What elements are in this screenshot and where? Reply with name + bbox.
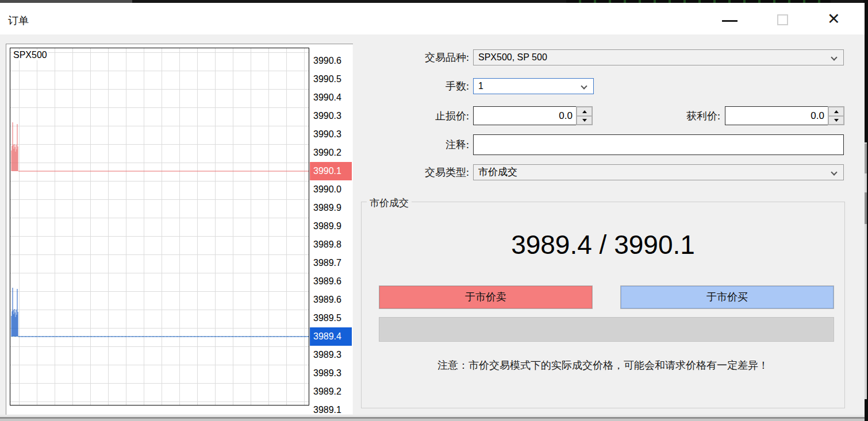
stop-loss-spin-up-button[interactable] <box>577 107 592 116</box>
maximize-button[interactable] <box>773 10 793 30</box>
bid-price: 3989.4 <box>511 230 592 260</box>
price-scale-label: 3989.3 <box>310 364 352 383</box>
stop-loss-input[interactable] <box>473 106 577 125</box>
bid-tick-line <box>11 288 309 337</box>
order-type-dropdown-value: 市价成交 <box>478 167 517 177</box>
arrow-up-icon <box>582 110 587 113</box>
tick-chart-series <box>10 48 309 405</box>
comment-label: 注释: <box>377 137 469 153</box>
order-type-label: 交易类型: <box>377 164 469 180</box>
close-button[interactable]: ✕ <box>824 7 850 33</box>
window-title: 订单 <box>8 14 29 28</box>
ask-price: 3990.1 <box>614 230 695 260</box>
price-scale-label: 3989.3 <box>310 346 352 364</box>
symbol-dropdown-value: SPX500, SP 500 <box>478 52 547 62</box>
price-scale-label: 3990.5 <box>310 70 352 88</box>
sell-by-market-button[interactable]: 于市价卖 <box>379 285 593 309</box>
chevron-down-icon <box>831 169 837 175</box>
quote-separator: / <box>592 230 614 260</box>
order-type-dropdown[interactable]: 市价成交 <box>473 164 844 180</box>
price-scale-label: 3990.6 <box>310 52 352 70</box>
tick-chart-panel: SPX500 3990.63990.53990.43990.33990.3399… <box>6 44 353 415</box>
take-profit-input[interactable] <box>725 106 828 125</box>
dialog-bottom-shadow <box>0 419 865 421</box>
price-scale-label: 3990.0 <box>310 180 352 199</box>
comment-input[interactable] <box>473 134 844 155</box>
maximize-icon <box>777 14 788 25</box>
price-scale-label: 3989.5 <box>310 309 352 327</box>
chevron-down-icon <box>831 54 837 60</box>
volume-field-label: 手数: <box>400 78 469 94</box>
arrow-down-icon <box>582 119 587 122</box>
take-profit-spin-up-button[interactable] <box>828 107 844 116</box>
minimize-button[interactable] <box>717 11 743 29</box>
price-scale-label: 3989.8 <box>310 235 352 254</box>
market-execution-note: 注意：市价交易模式下的实际成交价格，可能会和请求价格有一定差异！ <box>361 358 845 372</box>
take-profit-spinner <box>828 106 844 125</box>
price-scale-label: 3989.1 <box>310 401 352 415</box>
take-profit-label: 获利价: <box>628 108 720 124</box>
price-scale-label: 3989.4 <box>310 327 352 346</box>
price-scale-label: 3989.6 <box>310 291 352 309</box>
bid-ask-quote: 3989.4 / 3990.1 <box>361 229 845 260</box>
arrow-up-icon <box>834 110 839 113</box>
tick-chart-plot: SPX500 <box>10 48 309 405</box>
price-scale: 3990.63990.53990.43990.33990.33990.23990… <box>310 52 352 415</box>
price-scale-label: 3989.9 <box>310 217 352 235</box>
price-scale-label: 3990.2 <box>310 144 352 162</box>
price-scale-label: 3989.6 <box>310 272 352 291</box>
price-scale-label: 3989.9 <box>310 199 352 217</box>
chart-symbol-label: SPX500 <box>12 50 48 60</box>
stop-loss-spinner <box>576 106 593 125</box>
title-bar: 订单 ✕ <box>0 3 865 34</box>
symbol-dropdown[interactable]: SPX500, SP 500 <box>473 49 844 65</box>
volume-combobox-value: 1 <box>478 81 483 91</box>
symbol-field-label: 交易品种: <box>368 49 469 65</box>
price-scale-label: 3990.3 <box>310 125 352 144</box>
price-scale-label: 3990.3 <box>310 107 352 125</box>
stop-loss-label: 止损价: <box>377 108 469 124</box>
disabled-action-bar <box>379 317 834 342</box>
price-scale-label: 3990.4 <box>310 88 352 107</box>
minimize-icon <box>722 20 738 22</box>
arrow-down-icon <box>834 119 839 122</box>
groupbox-title: 市价成交 <box>367 196 412 210</box>
volume-combobox[interactable]: 1 <box>473 78 594 94</box>
close-icon: ✕ <box>827 10 840 28</box>
price-scale-label: 3989.2 <box>310 383 352 401</box>
buy-by-market-button[interactable]: 于市价买 <box>620 285 834 309</box>
price-scale-label: 3989.7 <box>310 254 352 272</box>
price-scale-label: 3990.1 <box>310 162 352 180</box>
take-profit-spin-down-button[interactable] <box>828 116 844 125</box>
ask-tick-line <box>11 122 309 171</box>
stop-loss-spin-down-button[interactable] <box>577 116 592 125</box>
chevron-down-icon <box>581 83 587 89</box>
